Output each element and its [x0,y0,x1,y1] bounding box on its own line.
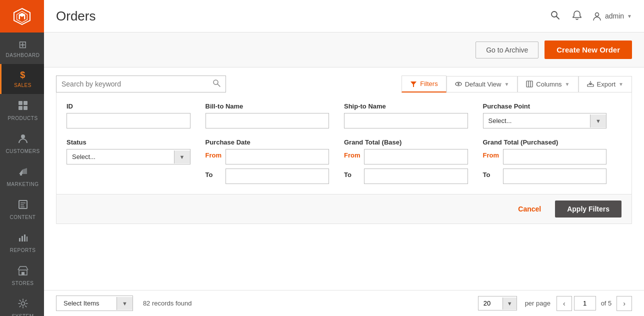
purchase-date-to-input[interactable] [226,168,330,184]
purchase-date-from-row: From [206,149,330,164]
sidebar-item-label: MARKETING [7,182,39,187]
sidebar-item-customers[interactable]: CUSTOMERS [0,127,44,160]
from-label-3: From [483,152,499,159]
to-label-2: To [344,171,360,178]
sidebar-item-label: CONTENT [10,214,36,220]
notifications-button[interactable] [570,8,584,24]
export-icon [587,80,594,88]
select-items-dropdown-arrow[interactable]: ▼ [116,297,132,310]
sidebar-item-label: DASHBOARD [6,52,40,58]
sidebar-item-marketing[interactable]: MARKETING [0,160,44,193]
filter-actions: Cancel Apply Filters [56,194,632,224]
grand-total-base-range: From To [344,149,468,184]
purchase-date-to-row: To [206,168,330,184]
content-area: Filters Default View ▼ Co [44,68,644,290]
filter-id-label: ID [66,102,190,110]
select-items-wrap: Select Items ▼ [56,296,133,311]
bell-icon [572,10,582,20]
filter-purchase-date-label: Purchase Date [206,138,330,146]
user-dropdown-icon: ▼ [627,14,632,19]
sidebar-item-label: SALES [14,82,32,88]
export-button[interactable]: Export ▼ [578,76,632,92]
svg-rect-10 [20,204,24,206]
columns-label: Columns [536,80,562,88]
default-view-button[interactable]: Default View ▼ [446,76,518,92]
sidebar-item-stores[interactable]: STORES [0,259,44,292]
per-page-dropdown-arrow[interactable]: ▼ [502,298,516,310]
sidebar-item-reports[interactable]: REPORTS [0,226,44,259]
svg-rect-2 [18,106,22,110]
filters-button[interactable]: Filters [402,76,446,92]
from-label: From [206,152,222,159]
search-icon[interactable] [212,79,220,89]
filter-status-label: Status [66,138,190,146]
sales-icon: $ [20,70,26,80]
records-found: 82 records found [143,300,192,307]
search-button[interactable] [548,8,562,24]
filter-ship-to-label: Ship-to Name [344,102,468,110]
archive-button[interactable]: Go to Archive [476,42,538,58]
create-order-button[interactable]: Create New Order [544,40,632,59]
filter-bill-to: Bill-to Name [206,102,344,128]
user-menu[interactable]: admin ▼ [592,11,632,21]
header-actions: admin ▼ [548,8,632,24]
filter-ship-to-input[interactable] [344,113,468,128]
search-box[interactable] [56,76,226,92]
status-select[interactable]: Select... [67,150,174,164]
grand-total-base-from-input[interactable] [364,149,468,164]
products-icon [18,100,28,114]
sidebar-item-content[interactable]: CONTENT [0,193,44,226]
bottom-bar: Select Items ▼ 82 records found 20 50 10… [44,290,644,316]
filter-bill-to-input[interactable] [206,113,330,128]
purchase-point-dropdown-arrow[interactable]: ▼ [590,114,606,128]
apply-filters-button[interactable]: Apply Filters [555,200,622,218]
sidebar-item-products[interactable]: PRODUCTS [0,94,44,127]
filter-grand-total-purchased-label: Grand Total (Purchased) [483,138,607,146]
svg-point-21 [595,13,598,16]
filter-id-input[interactable] [66,113,190,128]
stores-icon [18,265,28,278]
svg-rect-12 [19,238,20,242]
svg-line-20 [556,16,559,19]
sidebar-item-label: PRODUCTS [8,116,38,121]
main-content: Orders admin ▼ [44,0,644,316]
filters-label: Filters [420,80,438,88]
page-number-input[interactable] [574,296,596,310]
svg-rect-11 [20,206,24,208]
cancel-button[interactable]: Cancel [510,200,549,218]
sidebar-item-sales[interactable]: $ SALES [0,64,44,94]
sidebar-item-label: SYSTEM [12,314,34,316]
grand-total-purchased-to-input[interactable] [503,168,607,184]
per-page-label: per page [525,300,550,307]
search-input[interactable] [62,80,212,88]
filter-status: Status Select... ▼ [66,138,206,184]
filter-row-1: ID Bill-to Name Ship-to Name Purchase Po… [56,102,632,138]
dropdown-caret: ▼ [504,82,509,87]
per-page-select[interactable]: 20 50 100 [478,296,502,310]
grand-total-purchased-from-input[interactable] [503,149,607,164]
purchase-point-select-wrap: Select... ▼ [483,113,607,128]
grand-total-purchased-range: From To [483,149,607,184]
sidebar-item-label: CUSTOMERS [6,148,40,154]
filter-grand-total-base-label: Grand Total (Base) [344,138,468,146]
purchase-point-select[interactable]: Select... [484,114,590,128]
select-items-select[interactable]: Select Items [56,296,116,310]
sidebar-item-label: STORES [12,280,34,286]
sidebar-item-label: REPORTS [10,248,36,253]
sidebar-item-system[interactable]: SYSTEM [0,292,44,316]
default-view-label: Default View [465,80,502,88]
customers-icon [18,133,28,146]
status-dropdown-arrow[interactable]: ▼ [174,150,190,164]
svg-point-4 [21,134,25,138]
columns-button[interactable]: Columns ▼ [518,76,578,92]
next-page-button[interactable]: › [616,296,632,311]
svg-point-26 [458,83,460,85]
sidebar-item-dashboard[interactable]: ⊞ DASHBOARD [0,32,44,64]
purchase-date-from-input[interactable] [226,149,330,164]
per-page-wrap: 20 50 100 ▼ [478,296,517,310]
svg-rect-1 [24,101,28,105]
action-bar: Go to Archive Create New Order [44,32,644,68]
grand-total-base-to-input[interactable] [364,168,468,184]
toolbar-right: Filters Default View ▼ Co [402,76,632,92]
prev-page-button[interactable]: ‹ [556,296,572,311]
